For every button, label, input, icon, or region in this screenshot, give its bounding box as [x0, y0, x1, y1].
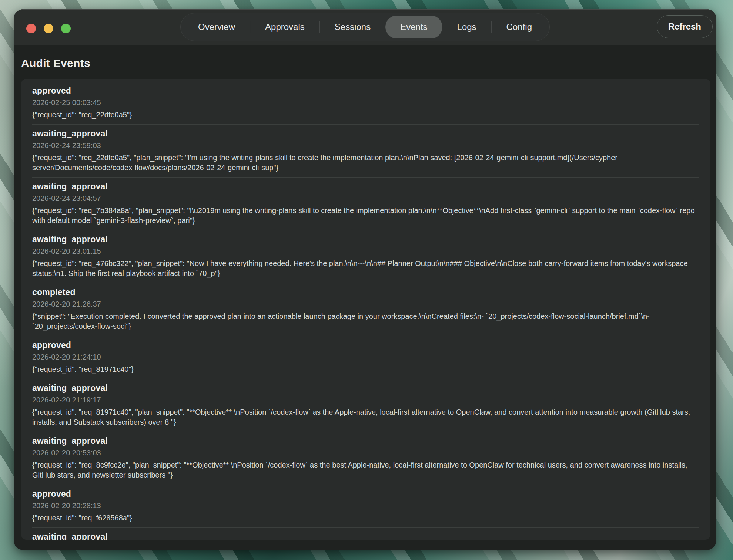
event-payload: {"snippet": "Execution completed. I conv…: [32, 311, 699, 331]
event-type: awaiting_approval: [32, 128, 699, 139]
event-timestamp: 2026-02-25 00:03:45: [32, 98, 699, 107]
event-type: completed: [32, 287, 699, 297]
event-entry: awaiting_approval 2026-02-24 23:59:03 {"…: [32, 125, 699, 178]
tab-overview[interactable]: Overview: [183, 16, 250, 38]
event-payload: {"request_id": "req_476bc322", "plan_sni…: [32, 259, 699, 279]
events-list-panel[interactable]: approved 2026-02-25 00:03:45 {"request_i…: [21, 79, 710, 540]
event-entry: awaiting_approval 2026-02-20 23:01:15 {"…: [32, 230, 699, 283]
event-payload: {"request_id": "req_22dfe0a5", "plan_sni…: [32, 153, 699, 173]
event-type: approved: [32, 340, 699, 350]
fullscreen-window-icon[interactable]: [61, 24, 71, 33]
event-entry: completed 2026-02-20 21:26:37 {"snippet"…: [32, 283, 699, 336]
event-entry: approved 2026-02-20 21:24:10 {"request_i…: [32, 336, 699, 379]
tab-config[interactable]: Config: [492, 16, 547, 38]
event-payload: {"request_id": "req_22dfe0a5"}: [32, 110, 699, 120]
tab-sessions[interactable]: Sessions: [320, 16, 385, 38]
event-timestamp: 2026-02-20 20:53:03: [32, 448, 699, 457]
event-payload: {"request_id": "req_8c9fcc2e", "plan_sni…: [32, 460, 699, 480]
event-type: awaiting_approval: [32, 383, 699, 393]
event-timestamp: 2026-02-20 21:24:10: [32, 352, 699, 361]
event-entry: awaiting_approval 2026-02-20 21:19:17 {"…: [32, 379, 699, 432]
tab-bar: OverviewApprovalsSessionsEventsLogsConfi…: [180, 13, 550, 41]
event-entry: awaiting_approval 2026-02-20 20:53:03 {"…: [32, 432, 699, 485]
event-type: awaiting_approval: [32, 234, 699, 244]
window-controls: [26, 24, 71, 33]
app-window: OverviewApprovalsSessionsEventsLogsConfi…: [14, 9, 716, 550]
minimize-window-icon[interactable]: [44, 24, 53, 33]
event-timestamp: 2026-02-20 21:26:37: [32, 300, 699, 308]
tab-approvals[interactable]: Approvals: [250, 16, 319, 38]
refresh-button[interactable]: Refresh: [657, 15, 713, 38]
event-timestamp: 2026-02-20 21:19:17: [32, 395, 699, 404]
event-entry: awaiting_approval 2026-02-24 23:04:57 {"…: [32, 178, 699, 230]
event-type: awaiting_approval: [32, 532, 699, 540]
tab-events[interactable]: Events: [385, 16, 442, 38]
event-timestamp: 2026-02-20 23:01:15: [32, 247, 699, 256]
event-entry: approved 2026-02-25 00:03:45 {"request_i…: [32, 82, 699, 125]
event-payload: {"request_id": "req_f628568a"}: [32, 513, 699, 523]
event-payload: {"request_id": "req_81971c40", "plan_sni…: [32, 407, 699, 427]
page-title: Audit Events: [21, 57, 710, 70]
event-timestamp: 2026-02-20 20:28:13: [32, 501, 699, 510]
event-payload: {"request_id": "req_81971c40"}: [32, 364, 699, 374]
event-entry: awaiting_approval: [32, 528, 699, 540]
titlebar: OverviewApprovalsSessionsEventsLogsConfi…: [14, 9, 716, 45]
event-timestamp: 2026-02-24 23:04:57: [32, 194, 699, 203]
event-timestamp: 2026-02-24 23:59:03: [32, 141, 699, 150]
event-type: approved: [32, 489, 699, 499]
event-type: awaiting_approval: [32, 436, 699, 446]
event-type: awaiting_approval: [32, 181, 699, 192]
content-area: Audit Events approved 2026-02-25 00:03:4…: [14, 57, 716, 540]
close-window-icon[interactable]: [26, 24, 36, 33]
event-type: approved: [32, 85, 699, 96]
event-entry: approved 2026-02-20 20:28:13 {"request_i…: [32, 485, 699, 528]
tab-logs[interactable]: Logs: [442, 16, 491, 38]
event-payload: {"request_id": "req_7b384a8a", "plan_sni…: [32, 206, 699, 226]
